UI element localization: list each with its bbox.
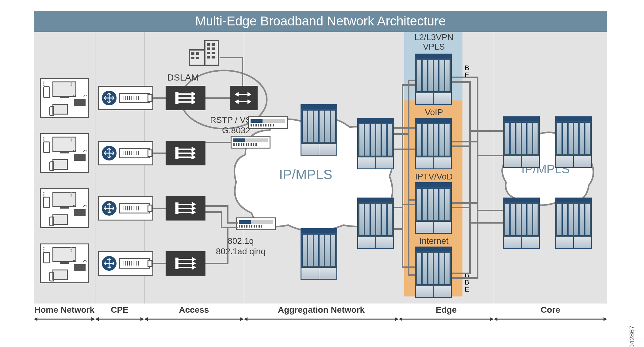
link — [153, 263, 166, 264]
svg-rect-13 — [207, 47, 210, 50]
svg-rect-4 — [175, 258, 178, 269]
router-chassis — [357, 118, 394, 169]
svg-rect-1 — [175, 92, 178, 104]
link — [153, 97, 166, 99]
home-network-device-group — [40, 243, 89, 283]
svg-marker-33 — [490, 317, 494, 321]
link — [242, 57, 243, 86]
building-icon — [187, 38, 221, 67]
link — [477, 210, 503, 211]
link — [394, 228, 403, 230]
home-network-device-group — [40, 133, 89, 173]
link — [477, 77, 478, 279]
router-chassis-core — [503, 198, 540, 249]
modem-icon — [119, 93, 150, 103]
svg-marker-27 — [240, 317, 244, 321]
divider — [399, 32, 399, 304]
home-network-device-group — [40, 78, 89, 118]
router-chassis — [357, 198, 394, 249]
ip-phone-icon — [52, 104, 68, 115]
svg-rect-3 — [175, 202, 178, 214]
link — [408, 80, 415, 81]
section-core: Core — [494, 305, 607, 315]
link — [469, 130, 503, 132]
link — [394, 127, 415, 129]
svg-rect-18 — [212, 56, 215, 58]
svg-rect-7 — [191, 52, 194, 55]
dslam-device — [166, 196, 205, 221]
diagram-title: Multi-Edge Broadband Network Architectur… — [34, 11, 607, 32]
msan-device — [231, 136, 270, 149]
dslam-device — [166, 251, 205, 276]
section-arrow — [244, 316, 399, 322]
msan-device — [236, 217, 276, 230]
link — [205, 142, 232, 143]
link — [452, 207, 470, 208]
divider — [95, 32, 95, 304]
router-chassis — [301, 228, 337, 280]
dslam-device — [166, 141, 205, 165]
section-access: Access — [144, 305, 244, 315]
link — [408, 80, 409, 276]
link — [452, 77, 477, 78]
svg-marker-35 — [494, 317, 497, 321]
svg-rect-11 — [207, 43, 210, 46]
reference-id: g042867 — [628, 326, 636, 347]
section-labels-row: Home Network CPE Access Aggregation Netw… — [34, 304, 607, 323]
cpe-device — [98, 251, 153, 276]
router-icon — [102, 91, 117, 105]
monitor-icon — [52, 81, 76, 97]
svg-rect-17 — [207, 56, 210, 58]
cpe-device — [98, 141, 153, 165]
link — [205, 97, 230, 99]
link — [469, 222, 503, 224]
router-chassis-iptv — [415, 182, 452, 234]
link — [469, 81, 471, 274]
router-chassis-internet — [415, 247, 452, 298]
msan-device — [248, 116, 288, 129]
link — [408, 199, 415, 201]
svg-rect-8 — [196, 52, 199, 55]
section-home: Home Network — [34, 305, 95, 315]
router-chassis-be — [415, 54, 452, 105]
link — [227, 228, 228, 264]
svg-marker-26 — [144, 317, 148, 321]
link — [394, 149, 415, 150]
link — [452, 141, 477, 142]
svg-marker-29 — [244, 317, 247, 321]
section-cpe: CPE — [95, 305, 144, 315]
section-arrow — [95, 316, 144, 322]
service-label-voip: VoIP — [406, 107, 462, 117]
section-arrow — [144, 316, 244, 322]
svg-marker-21 — [91, 317, 95, 321]
router-chassis — [301, 104, 337, 156]
svg-rect-9 — [191, 57, 194, 59]
link — [452, 145, 470, 147]
section-aggregation: Aggregation Network — [244, 305, 399, 315]
section-arrow — [34, 316, 95, 322]
svg-marker-23 — [95, 317, 99, 321]
link — [227, 205, 228, 222]
link — [221, 227, 238, 228]
section-arrow — [494, 316, 607, 322]
link — [394, 133, 408, 135]
link — [227, 222, 238, 224]
link — [408, 274, 415, 276]
svg-rect-15 — [207, 52, 210, 54]
link — [153, 153, 166, 154]
link — [452, 81, 470, 83]
link — [153, 208, 166, 209]
dslam-label: DSLAM — [167, 72, 199, 83]
section-edge: Edge — [399, 305, 494, 315]
svg-marker-36 — [604, 317, 607, 321]
cpe-device — [98, 196, 153, 221]
svg-marker-32 — [399, 317, 402, 321]
link — [452, 277, 477, 279]
dslam-device — [166, 86, 205, 110]
link — [402, 84, 403, 266]
svg-rect-2 — [175, 147, 178, 159]
cpe-device — [98, 86, 153, 110]
link — [205, 263, 228, 264]
router-chassis-core — [503, 116, 540, 168]
svg-marker-24 — [140, 317, 144, 321]
